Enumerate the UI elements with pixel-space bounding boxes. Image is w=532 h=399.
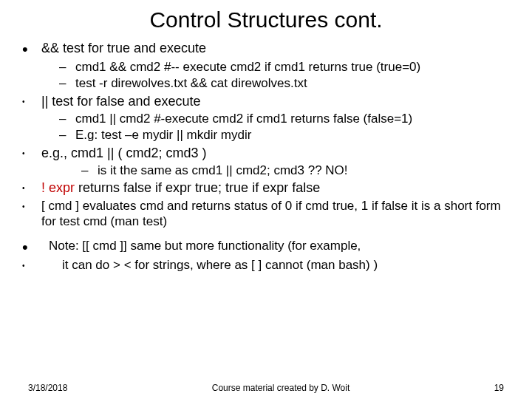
bullet-text: e.g., cmd1 || ( cmd2; cmd3 ) [41, 145, 510, 162]
sub-text: test -r direwolves.txt && cat direwolves… [75, 75, 510, 91]
bullet-icon: • [22, 238, 41, 256]
bullet-item: • [ cmd ] evaluates cmd and returns stat… [22, 198, 510, 230]
slide: Control Structures cont. • && test for t… [0, 0, 532, 399]
footer-author: Course material created by D. Woit [200, 383, 362, 393]
bullet-item: • e.g., cmd1 || ( cmd2; cmd3 ) [22, 145, 510, 162]
sub-item: – cmd1 || cmd2 #-execute cmd2 if cmd1 re… [59, 111, 510, 126]
slide-title: Control Structures cont. [22, 7, 510, 33]
bullet-text: ! expr returns false if expr true; true … [41, 180, 510, 197]
bullet-icon: • [22, 180, 41, 192]
bullet-text: Note: [[ cmd ]] same but more functional… [41, 238, 510, 253]
sub-text: E.g: test –e mydir || mkdir mydir [75, 127, 510, 143]
footer-date: 3/18/2018 [28, 383, 67, 393]
bullet-text: && test for true and execute [41, 40, 510, 57]
bullet-item: • && test for true and execute [22, 40, 510, 58]
sub-item: – test -r direwolves.txt && cat direwolv… [59, 75, 510, 91]
dash-icon: – [59, 59, 75, 75]
bullet-icon: • [22, 257, 41, 270]
dash-icon: – [59, 75, 75, 91]
sub-item: – E.g: test –e mydir || mkdir mydir [59, 127, 510, 143]
sub-text: cmd1 || cmd2 #-execute cmd2 if cmd1 retu… [75, 111, 510, 126]
bullet-icon: • [22, 145, 41, 157]
emphasis-no: NO! [325, 163, 347, 177]
dash-icon: – [59, 111, 75, 126]
bullet-icon: • [22, 198, 41, 211]
bullet-text: || test for false and execute [41, 93, 510, 110]
subsub-text: is it the same as cmd1 || cmd2; cmd3 ?? … [98, 163, 510, 178]
bullet-item: • ! expr returns false if expr true; tru… [22, 180, 510, 197]
subsub-text-part: is it the same as cmd1 || cmd2; cmd3 ?? [98, 163, 325, 177]
bullet-icon: • [22, 93, 41, 106]
bullet-item: • || test for false and execute [22, 93, 510, 110]
bang-rest: returns false if expr true; true if expr… [75, 180, 320, 195]
bullet-item: • Note: [[ cmd ]] same but more function… [22, 238, 510, 256]
slide-footer: 3/18/2018 Course material created by D. … [0, 383, 532, 393]
sub-text: cmd1 && cmd2 #-- execute cmd2 if cmd1 re… [75, 59, 510, 75]
dash-icon: – [81, 163, 98, 178]
bullet-icon: • [22, 40, 41, 58]
footer-page-number: 19 [494, 383, 504, 393]
bullet-text: [ cmd ] evaluates cmd and returns status… [41, 198, 510, 230]
sub-item: – cmd1 && cmd2 #-- execute cmd2 if cmd1 … [59, 59, 510, 75]
subsub-item: – is it the same as cmd1 || cmd2; cmd3 ?… [81, 163, 510, 178]
bullet-item: • it can do > < for strings, where as [ … [22, 257, 510, 273]
slide-body: • && test for true and execute – cmd1 &&… [22, 40, 510, 273]
dash-icon: – [59, 127, 75, 143]
bullet-text: it can do > < for strings, where as [ ] … [41, 257, 510, 273]
bang-expr: ! expr [41, 180, 75, 195]
